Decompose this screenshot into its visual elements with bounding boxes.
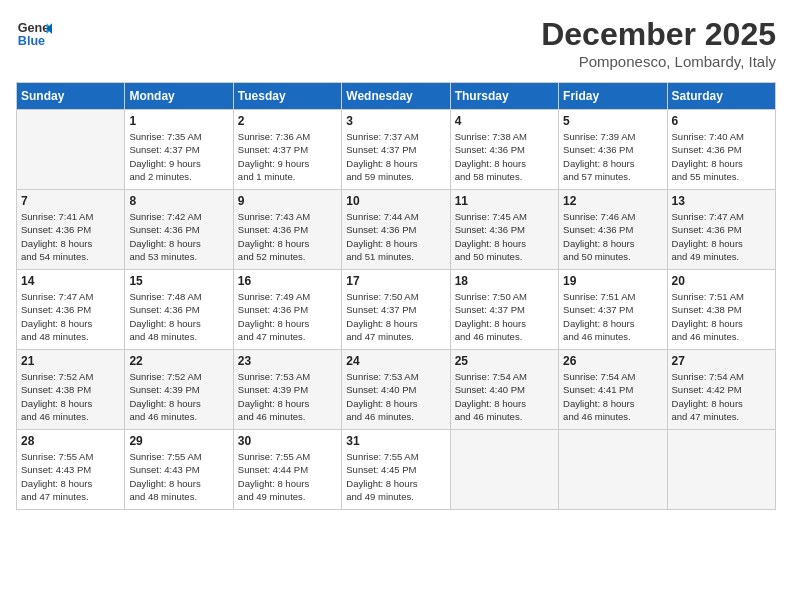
calendar-cell: 11Sunrise: 7:45 AM Sunset: 4:36 PM Dayli… (450, 190, 558, 270)
day-info: Sunrise: 7:43 AM Sunset: 4:36 PM Dayligh… (238, 210, 337, 263)
day-info: Sunrise: 7:40 AM Sunset: 4:36 PM Dayligh… (672, 130, 771, 183)
day-number: 19 (563, 274, 662, 288)
calendar-week-5: 28Sunrise: 7:55 AM Sunset: 4:43 PM Dayli… (17, 430, 776, 510)
calendar-cell: 7Sunrise: 7:41 AM Sunset: 4:36 PM Daylig… (17, 190, 125, 270)
day-number: 24 (346, 354, 445, 368)
day-number: 10 (346, 194, 445, 208)
day-info: Sunrise: 7:50 AM Sunset: 4:37 PM Dayligh… (346, 290, 445, 343)
day-number: 31 (346, 434, 445, 448)
day-number: 18 (455, 274, 554, 288)
calendar-cell: 8Sunrise: 7:42 AM Sunset: 4:36 PM Daylig… (125, 190, 233, 270)
day-info: Sunrise: 7:55 AM Sunset: 4:45 PM Dayligh… (346, 450, 445, 503)
location: Pomponesco, Lombardy, Italy (541, 53, 776, 70)
day-number: 4 (455, 114, 554, 128)
day-number: 29 (129, 434, 228, 448)
day-number: 7 (21, 194, 120, 208)
month-title: December 2025 (541, 16, 776, 53)
calendar-cell: 18Sunrise: 7:50 AM Sunset: 4:37 PM Dayli… (450, 270, 558, 350)
calendar-cell: 29Sunrise: 7:55 AM Sunset: 4:43 PM Dayli… (125, 430, 233, 510)
day-info: Sunrise: 7:39 AM Sunset: 4:36 PM Dayligh… (563, 130, 662, 183)
calendar-cell: 26Sunrise: 7:54 AM Sunset: 4:41 PM Dayli… (559, 350, 667, 430)
day-number: 22 (129, 354, 228, 368)
calendar-cell: 9Sunrise: 7:43 AM Sunset: 4:36 PM Daylig… (233, 190, 341, 270)
day-info: Sunrise: 7:42 AM Sunset: 4:36 PM Dayligh… (129, 210, 228, 263)
calendar-body: 1Sunrise: 7:35 AM Sunset: 4:37 PM Daylig… (17, 110, 776, 510)
calendar-cell: 6Sunrise: 7:40 AM Sunset: 4:36 PM Daylig… (667, 110, 775, 190)
day-info: Sunrise: 7:47 AM Sunset: 4:36 PM Dayligh… (21, 290, 120, 343)
day-info: Sunrise: 7:44 AM Sunset: 4:36 PM Dayligh… (346, 210, 445, 263)
day-info: Sunrise: 7:55 AM Sunset: 4:43 PM Dayligh… (129, 450, 228, 503)
day-number: 26 (563, 354, 662, 368)
calendar-cell: 24Sunrise: 7:53 AM Sunset: 4:40 PM Dayli… (342, 350, 450, 430)
day-info: Sunrise: 7:55 AM Sunset: 4:43 PM Dayligh… (21, 450, 120, 503)
logo: General Blue (16, 16, 52, 52)
day-info: Sunrise: 7:54 AM Sunset: 4:40 PM Dayligh… (455, 370, 554, 423)
calendar-cell: 31Sunrise: 7:55 AM Sunset: 4:45 PM Dayli… (342, 430, 450, 510)
day-info: Sunrise: 7:54 AM Sunset: 4:41 PM Dayligh… (563, 370, 662, 423)
calendar-cell (450, 430, 558, 510)
calendar-week-2: 7Sunrise: 7:41 AM Sunset: 4:36 PM Daylig… (17, 190, 776, 270)
calendar-cell: 13Sunrise: 7:47 AM Sunset: 4:36 PM Dayli… (667, 190, 775, 270)
day-number: 16 (238, 274, 337, 288)
day-info: Sunrise: 7:36 AM Sunset: 4:37 PM Dayligh… (238, 130, 337, 183)
weekday-thursday: Thursday (450, 83, 558, 110)
logo-icon: General Blue (16, 16, 52, 52)
title-area: December 2025 Pomponesco, Lombardy, Ital… (541, 16, 776, 70)
day-info: Sunrise: 7:52 AM Sunset: 4:38 PM Dayligh… (21, 370, 120, 423)
calendar-cell: 20Sunrise: 7:51 AM Sunset: 4:38 PM Dayli… (667, 270, 775, 350)
day-number: 12 (563, 194, 662, 208)
calendar-week-1: 1Sunrise: 7:35 AM Sunset: 4:37 PM Daylig… (17, 110, 776, 190)
day-info: Sunrise: 7:51 AM Sunset: 4:37 PM Dayligh… (563, 290, 662, 343)
day-info: Sunrise: 7:48 AM Sunset: 4:36 PM Dayligh… (129, 290, 228, 343)
calendar-cell (559, 430, 667, 510)
day-number: 9 (238, 194, 337, 208)
day-info: Sunrise: 7:53 AM Sunset: 4:40 PM Dayligh… (346, 370, 445, 423)
weekday-header-row: SundayMondayTuesdayWednesdayThursdayFrid… (17, 83, 776, 110)
day-info: Sunrise: 7:53 AM Sunset: 4:39 PM Dayligh… (238, 370, 337, 423)
weekday-sunday: Sunday (17, 83, 125, 110)
calendar-cell: 15Sunrise: 7:48 AM Sunset: 4:36 PM Dayli… (125, 270, 233, 350)
day-number: 13 (672, 194, 771, 208)
calendar-cell: 14Sunrise: 7:47 AM Sunset: 4:36 PM Dayli… (17, 270, 125, 350)
calendar-cell: 1Sunrise: 7:35 AM Sunset: 4:37 PM Daylig… (125, 110, 233, 190)
day-number: 11 (455, 194, 554, 208)
day-info: Sunrise: 7:55 AM Sunset: 4:44 PM Dayligh… (238, 450, 337, 503)
calendar-cell: 22Sunrise: 7:52 AM Sunset: 4:39 PM Dayli… (125, 350, 233, 430)
day-number: 17 (346, 274, 445, 288)
day-info: Sunrise: 7:38 AM Sunset: 4:36 PM Dayligh… (455, 130, 554, 183)
day-info: Sunrise: 7:52 AM Sunset: 4:39 PM Dayligh… (129, 370, 228, 423)
calendar-week-3: 14Sunrise: 7:47 AM Sunset: 4:36 PM Dayli… (17, 270, 776, 350)
day-info: Sunrise: 7:54 AM Sunset: 4:42 PM Dayligh… (672, 370, 771, 423)
weekday-wednesday: Wednesday (342, 83, 450, 110)
weekday-monday: Monday (125, 83, 233, 110)
day-number: 30 (238, 434, 337, 448)
calendar-week-4: 21Sunrise: 7:52 AM Sunset: 4:38 PM Dayli… (17, 350, 776, 430)
day-number: 3 (346, 114, 445, 128)
day-number: 25 (455, 354, 554, 368)
calendar-cell: 12Sunrise: 7:46 AM Sunset: 4:36 PM Dayli… (559, 190, 667, 270)
day-number: 2 (238, 114, 337, 128)
calendar-cell: 5Sunrise: 7:39 AM Sunset: 4:36 PM Daylig… (559, 110, 667, 190)
day-number: 27 (672, 354, 771, 368)
day-number: 20 (672, 274, 771, 288)
day-info: Sunrise: 7:46 AM Sunset: 4:36 PM Dayligh… (563, 210, 662, 263)
weekday-tuesday: Tuesday (233, 83, 341, 110)
day-number: 21 (21, 354, 120, 368)
calendar-cell: 23Sunrise: 7:53 AM Sunset: 4:39 PM Dayli… (233, 350, 341, 430)
calendar-cell: 17Sunrise: 7:50 AM Sunset: 4:37 PM Dayli… (342, 270, 450, 350)
calendar-cell: 25Sunrise: 7:54 AM Sunset: 4:40 PM Dayli… (450, 350, 558, 430)
day-number: 8 (129, 194, 228, 208)
day-number: 28 (21, 434, 120, 448)
day-number: 14 (21, 274, 120, 288)
calendar-cell (17, 110, 125, 190)
calendar-cell: 4Sunrise: 7:38 AM Sunset: 4:36 PM Daylig… (450, 110, 558, 190)
calendar-cell: 2Sunrise: 7:36 AM Sunset: 4:37 PM Daylig… (233, 110, 341, 190)
day-number: 23 (238, 354, 337, 368)
day-number: 6 (672, 114, 771, 128)
calendar-cell: 3Sunrise: 7:37 AM Sunset: 4:37 PM Daylig… (342, 110, 450, 190)
weekday-friday: Friday (559, 83, 667, 110)
page-header: General Blue December 2025 Pomponesco, L… (16, 16, 776, 70)
calendar-cell: 19Sunrise: 7:51 AM Sunset: 4:37 PM Dayli… (559, 270, 667, 350)
weekday-saturday: Saturday (667, 83, 775, 110)
calendar-cell: 27Sunrise: 7:54 AM Sunset: 4:42 PM Dayli… (667, 350, 775, 430)
